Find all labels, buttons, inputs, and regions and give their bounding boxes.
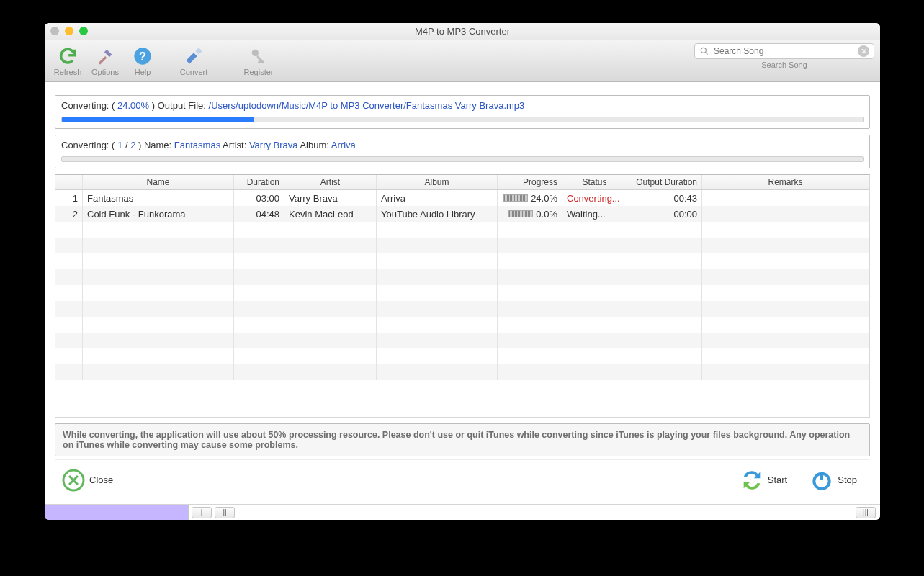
- statusbar-button-1[interactable]: |: [192, 507, 212, 518]
- cell: [498, 269, 562, 285]
- footer: Close Start Stop: [55, 459, 870, 500]
- register-button[interactable]: Register: [226, 42, 291, 81]
- col-artist[interactable]: Artist: [284, 175, 377, 189]
- start-button[interactable]: Start: [739, 467, 787, 493]
- col-album[interactable]: Album: [377, 175, 498, 189]
- col-name[interactable]: Name: [83, 175, 234, 189]
- search-input[interactable]: [714, 46, 853, 56]
- cell: [377, 333, 498, 348]
- cell: [284, 269, 377, 285]
- cell: [284, 364, 377, 380]
- cell: [702, 253, 869, 269]
- cell: [234, 253, 284, 269]
- cell: [562, 333, 627, 348]
- cell: [377, 269, 498, 285]
- track-album: Arriva: [331, 140, 356, 150]
- minimize-window-icon[interactable]: [65, 27, 73, 35]
- close-button[interactable]: Close: [60, 467, 113, 493]
- cell: Converting...: [562, 190, 627, 206]
- cell: [702, 317, 869, 333]
- table-row: [55, 269, 869, 285]
- cell: [627, 285, 702, 301]
- cell: Kevin MacLeod: [284, 206, 377, 222]
- cell: [377, 301, 498, 317]
- cell: [234, 285, 284, 301]
- cell: [498, 301, 562, 317]
- col-status[interactable]: Status: [562, 175, 627, 189]
- cell: [55, 253, 83, 269]
- statusbar-button-2[interactable]: ||: [215, 507, 235, 518]
- cell: [377, 317, 498, 333]
- help-icon: ?: [133, 46, 153, 66]
- table-row[interactable]: 1Fantasmas03:00Varry BravaArriva24.0%Con…: [55, 190, 869, 206]
- cell: [377, 253, 498, 269]
- col-remarks[interactable]: Remarks: [702, 175, 869, 189]
- track-progressbar: [61, 156, 864, 162]
- cell: [377, 285, 498, 301]
- close-window-icon[interactable]: [50, 27, 59, 35]
- titlebar: M4P to MP3 Converter: [45, 23, 880, 40]
- cell: [702, 348, 869, 364]
- refresh-label: Refresh: [54, 68, 82, 76]
- start-label: Start: [768, 474, 787, 485]
- search-label: Search Song: [761, 60, 807, 69]
- cell: [284, 222, 377, 238]
- cell: [498, 253, 562, 269]
- tracks-table[interactable]: Name Duration Artist Album Progress Stat…: [55, 174, 870, 418]
- cell: [284, 238, 377, 253]
- table-row[interactable]: 2Cold Funk - Funkorama04:48Kevin MacLeod…: [55, 206, 869, 222]
- cell: [284, 301, 377, 317]
- cell: [234, 269, 284, 285]
- cell: [83, 269, 234, 285]
- cell: [55, 301, 83, 317]
- cell: 2: [55, 206, 83, 222]
- percent-value: 24.00%: [117, 100, 149, 111]
- search-box[interactable]: ✕: [694, 43, 874, 59]
- cell: [498, 333, 562, 348]
- convert-button[interactable]: Convert: [161, 42, 226, 81]
- track-progress-text: Converting: ( 1 / 2 ) Name: Fantasmas Ar…: [61, 140, 864, 150]
- cell: [562, 222, 627, 238]
- svg-point-2: [252, 49, 259, 55]
- status-segment: [45, 505, 189, 520]
- output-progress-text: Converting: ( 24.00% ) Output File: /Use…: [61, 100, 864, 111]
- cell: [627, 364, 702, 380]
- cell: [562, 269, 627, 285]
- col-duration[interactable]: Duration: [234, 175, 284, 189]
- cell: [234, 301, 284, 317]
- col-index[interactable]: [55, 175, 83, 189]
- cell: [498, 222, 562, 238]
- cell: [284, 317, 377, 333]
- cell: [562, 238, 627, 253]
- statusbar-button-right[interactable]: |||: [856, 507, 876, 518]
- zoom-window-icon[interactable]: [79, 27, 88, 35]
- col-output-duration[interactable]: Output Duration: [627, 175, 702, 189]
- table-row: [55, 333, 869, 348]
- col-progress[interactable]: Progress: [498, 175, 562, 189]
- cell: 0.0%: [498, 206, 562, 222]
- cell: [55, 222, 83, 238]
- cell: Arriva: [377, 190, 498, 206]
- window-title: M4P to MP3 Converter: [45, 26, 880, 37]
- output-file-path: /Users/uptodown/Music/M4P to MP3 Convert…: [209, 100, 525, 111]
- cell: [627, 253, 702, 269]
- clear-search-icon[interactable]: ✕: [858, 45, 869, 57]
- table-row: [55, 317, 869, 333]
- options-button[interactable]: Options: [86, 42, 124, 81]
- cell: [83, 285, 234, 301]
- cell: [562, 301, 627, 317]
- table-body: 1Fantasmas03:00Varry BravaArriva24.0%Con…: [55, 190, 869, 380]
- cell: [83, 333, 234, 348]
- table-row: [55, 301, 869, 317]
- help-label: Help: [135, 68, 151, 76]
- cell: 03:00: [234, 190, 284, 206]
- stop-button[interactable]: Stop: [809, 467, 857, 493]
- cell: [702, 222, 869, 238]
- cell: 24.0%: [498, 190, 562, 206]
- cell: [562, 285, 627, 301]
- options-label: Options: [91, 68, 119, 76]
- help-button[interactable]: ? Help: [124, 42, 161, 81]
- cell: [83, 238, 234, 253]
- refresh-button[interactable]: Refresh: [49, 42, 86, 81]
- cell: Waiting...: [562, 206, 627, 222]
